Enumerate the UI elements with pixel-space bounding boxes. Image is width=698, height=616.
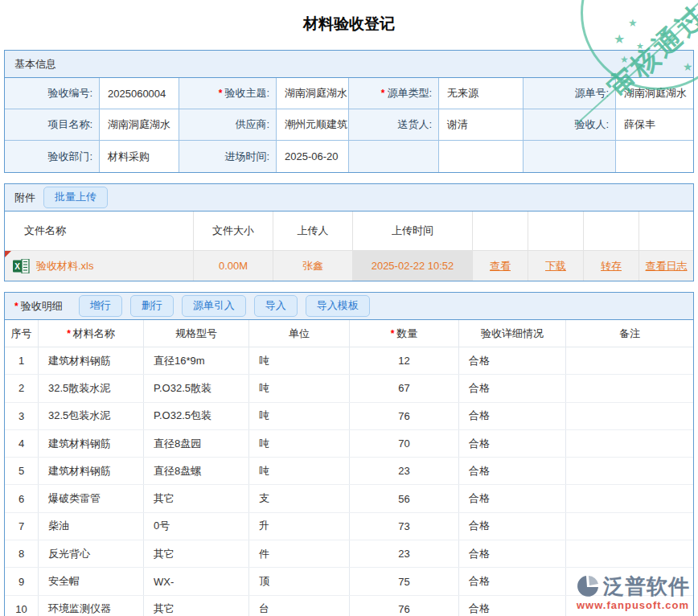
view-log-link[interactable]: 查看日志 [646,259,688,273]
field-label: *验收主题: [179,78,277,109]
detail-table-header: 序号*材料名称规格型号单位*数量验收详细情况备注 [5,320,693,347]
field-value: 无来源 [439,78,524,109]
file-size-value: 0.00M [194,251,273,281]
cell-seq: 8 [5,540,39,567]
required-asterisk: * [14,301,18,312]
basic-info-section: 基本信息 验收编号:2025060004*验收主题:湖南洞庭湖水*源单类型:无来… [4,50,694,173]
import-button[interactable]: 导入 [254,295,298,316]
file-name-link[interactable]: 验收材料.xls [36,259,94,273]
upload-time-value: 2025-02-22 10:52 [353,251,473,281]
field-value: 潮州元顺建筑 [277,109,349,141]
cell-status: 合格 [459,513,566,540]
table-row: 10环境监测仪器其它台76合格 [5,596,693,616]
cell-status: 合格 [459,403,566,429]
cell-unit: 吨 [249,347,350,374]
field-label: 验收人: [524,109,616,141]
cell-spec: 0号 [144,513,249,540]
cell-material-name: 32.5散装水泥 [39,375,144,401]
cell-status: 合格 [459,430,566,457]
cell-material-name: 反光背心 [39,540,144,567]
cell-spec: 其它 [144,540,249,567]
cell-status: 合格 [459,458,566,484]
cell-seq: 7 [5,513,39,540]
cell-remark [566,347,693,374]
cell-qty: 67 [350,375,459,401]
required-asterisk: * [67,328,71,339]
cell-seq: 1 [5,347,39,374]
cell-qty: 23 [350,540,459,567]
detail-table-body: 1建筑材料钢筋直径16*9m吨12合格232.5散装水泥P.O32.5散装吨67… [5,347,693,616]
cell-qty: 73 [350,513,459,540]
cell-qty: 12 [350,347,459,374]
download-link[interactable]: 下载 [545,259,566,273]
detail-column-header: 备注 [566,320,693,347]
cell-qty: 75 [350,568,459,594]
cell-material-name: 建筑材料钢筋 [39,458,144,484]
cell-remark [566,485,693,511]
cell-status: 合格 [459,347,566,374]
cell-material-name: 建筑材料钢筋 [39,347,144,374]
save-as-link[interactable]: 转存 [601,259,622,273]
cell-status: 合格 [459,485,566,511]
table-row: 8反光背心其它件23合格 [5,540,693,568]
required-asterisk: * [219,88,223,99]
batch-upload-button[interactable]: 批量上传 [43,187,108,207]
field-value: 2025060004 [100,78,179,109]
detail-column-header: 验收详细情况 [459,320,566,347]
field-label [349,141,439,172]
basic-info-header: 基本信息 [5,51,693,78]
cell-material-name: 柴油 [39,513,144,540]
attachment-table-header: 文件名称文件大小上传人上传时间 [5,211,693,251]
detail-header: * 验收明细 增行删行源单引入导入导入模板 [5,293,693,320]
cell-seq: 4 [5,430,39,457]
attachment-column-header [473,211,528,250]
attachment-column-header [639,211,693,250]
attachment-column-header: 文件名称 [5,211,194,250]
cell-status: 合格 [459,375,566,401]
cell-unit: 支 [249,485,350,511]
cell-unit: 吨 [249,403,350,429]
cell-seq: 5 [5,458,39,484]
file-name-cell: X 验收材料.xls [5,251,194,281]
cell-material-name: 32.5包装水泥 [39,403,144,429]
attachment-column-header [584,211,639,250]
add-row-button[interactable]: 增行 [79,295,122,316]
cell-status: 合格 [459,540,566,567]
delete-row-button[interactable]: 删行 [130,295,174,316]
cell-seq: 10 [5,596,39,616]
detail-title-text: 验收明细 [21,299,63,314]
cell-qty: 76 [350,596,459,616]
table-row: 5建筑材料钢筋直径8盘螺吨23合格 [5,458,693,485]
table-row: 7柴油0号升73合格 [5,513,693,540]
field-label: 进场时间: [179,141,277,172]
cell-spec: P.O32.5包装 [144,403,249,429]
import-template-button[interactable]: 导入模板 [306,295,370,316]
attachments-title: 附件 [14,191,35,205]
action-cell: 查看 [473,251,528,281]
cell-unit: 顶 [249,568,350,594]
cell-unit: 吨 [249,458,350,484]
field-value: 湖南洞庭湖水 [100,109,179,141]
source-import-button[interactable]: 源单引入 [182,295,246,316]
field-value [616,141,693,172]
attachments-section: 附件 批量上传 文件名称文件大小上传人上传时间 X 验收材料.xls0.00M张… [4,183,694,281]
cell-spec: 直径8盘螺 [144,458,249,484]
field-value: 薛保丰 [616,109,693,141]
cell-status: 合格 [459,568,566,594]
table-row: 232.5散装水泥P.O32.5散装吨67合格 [5,375,693,402]
field-value: 材料采购 [100,141,179,172]
field-label: 项目名称: [5,109,100,141]
cell-material-name: 爆破类雷管 [39,485,144,511]
cell-unit: 吨 [249,375,350,401]
cell-material-name: 环境监测仪器 [39,596,144,616]
detail-toolbar: 增行删行源单引入导入导入模板 [79,295,370,316]
cell-remark [566,513,693,540]
detail-column-header: 序号 [5,320,39,347]
view-link[interactable]: 查看 [490,259,511,273]
table-row: 1建筑材料钢筋直径16*9m吨12合格 [5,347,693,375]
cell-spec: 其它 [144,596,249,616]
cell-unit: 台 [249,596,350,616]
cell-spec: 直径8盘园 [144,430,249,457]
detail-section: * 验收明细 增行删行源单引入导入导入模板 序号*材料名称规格型号单位*数量验收… [4,292,694,616]
cell-remark [566,458,693,484]
